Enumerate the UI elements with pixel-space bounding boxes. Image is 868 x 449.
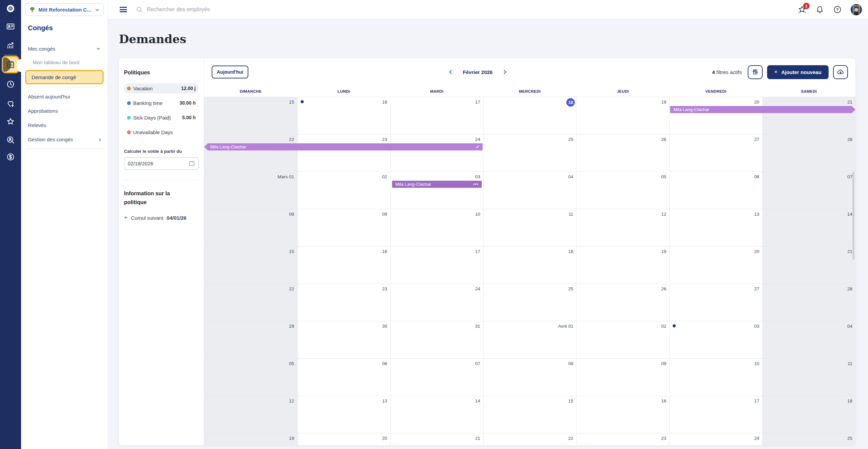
calendar-cell[interactable]: 18 [762, 396, 855, 433]
calendar-cell[interactable]: 13 [297, 396, 390, 433]
policy-row-vacation[interactable]: Vacation12.00 j [124, 83, 199, 93]
calendar-cell[interactable]: 13 [669, 209, 762, 246]
today-button[interactable]: Aujourd'hui [212, 66, 248, 78]
more-options-icon[interactable]: ••• [473, 181, 479, 188]
sidebar-item-gestion-des-cong-s[interactable]: Gestion des congés› [25, 136, 104, 143]
calendar-cell[interactable]: 09 [297, 209, 390, 246]
calendar-cell[interactable]: 22 [204, 284, 297, 321]
calendar-cell[interactable]: 16 [576, 396, 669, 433]
calendar-cell[interactable]: 05 [576, 172, 669, 209]
sidebar-item-mon-tableau-de-bord[interactable]: Mon tableau de bord [25, 58, 104, 66]
calendar-cell[interactable]: 10 [390, 209, 483, 246]
calendar-cell[interactable]: 04 [483, 172, 577, 209]
calendar-cell[interactable]: 10 [669, 359, 762, 396]
rail-logo-icon[interactable] [4, 2, 17, 15]
calendar-cell[interactable]: 17 [669, 396, 762, 433]
calendar-cell[interactable]: 22 [204, 134, 297, 172]
calendar-cell[interactable]: Avril 01 [483, 321, 577, 358]
calendar-cell[interactable]: 31 [390, 321, 483, 358]
next-month-icon[interactable] [501, 69, 508, 75]
company-selector[interactable]: Mitt Reforestation C... [25, 3, 104, 16]
event-bar[interactable]: Mila Lang-Clachar [670, 106, 855, 113]
rail-performance-star-icon[interactable] [4, 115, 17, 128]
export-button[interactable] [833, 65, 848, 79]
calendar-cell[interactable]: 22 [483, 433, 577, 445]
calendar-cell[interactable]: 23 [297, 284, 390, 321]
add-new-button[interactable]: + Ajouter nouveau [767, 65, 829, 79]
calendar-cell[interactable]: 04 [762, 321, 855, 358]
calendar-cell[interactable]: 20 [297, 433, 390, 445]
calendar-cell[interactable]: 03 [669, 321, 762, 358]
policy-row-sick-days-paid-[interactable]: Sick Days (Paid)5.00 h [124, 112, 199, 123]
calendar-cell[interactable]: 14 [762, 209, 855, 246]
whats-new-star-icon[interactable]: 2 [798, 5, 807, 14]
calendar-cell[interactable]: 07 [390, 359, 483, 396]
sidebar-item-absent-aujourd-hui[interactable]: Absent aujourd'hui [25, 93, 104, 100]
help-icon[interactable]: ? [833, 5, 842, 14]
calendar-cell[interactable]: 07 [762, 172, 855, 209]
calendar-cell[interactable]: 26 [576, 284, 669, 321]
calendar-cell[interactable]: 29 [204, 321, 297, 358]
calendar-cell[interactable]: 24 [669, 433, 762, 445]
calendar-cell[interactable]: 08 [483, 359, 577, 396]
calendar-cell[interactable]: 03 [390, 172, 483, 209]
calendar-cell[interactable]: 11 [762, 359, 855, 396]
calendar-cell[interactable]: 20 [669, 97, 762, 134]
calendar-cell[interactable]: 21 [762, 247, 855, 284]
calendar-cell[interactable]: 12 [204, 396, 297, 433]
calendar-cell[interactable]: 11 [483, 209, 577, 246]
calendar-cell[interactable]: 18 [483, 97, 577, 134]
calendar-cell[interactable]: 27 [669, 134, 762, 172]
calendar-cell[interactable]: 19 [576, 247, 669, 284]
filters-button[interactable] [748, 65, 763, 79]
notifications-bell-icon[interactable] [815, 5, 824, 14]
previous-month-icon[interactable] [447, 69, 454, 75]
calendar-cell[interactable]: 17 [390, 247, 483, 284]
calendar-picker-icon[interactable] [189, 160, 195, 167]
calendar-cell[interactable]: 16 [297, 97, 390, 134]
sidebar-item-approbations[interactable]: Approbations [25, 107, 104, 114]
rail-benefits-heart-icon[interactable] [4, 97, 17, 110]
calendar-cell[interactable]: 30 [297, 321, 390, 358]
rail-talent-search-icon[interactable] [4, 133, 17, 147]
calendar-cell[interactable]: 23 [576, 433, 669, 445]
calendar-cell[interactable]: 09 [576, 359, 669, 396]
calendar-cell[interactable]: 18 [483, 247, 577, 284]
calendar-cell[interactable]: 16 [297, 247, 390, 284]
calendar-cell[interactable]: 19 [576, 97, 669, 134]
event-bar[interactable]: Mila Lang-Clachar••• [392, 181, 482, 188]
calendar-cell[interactable]: 12 [576, 209, 669, 246]
calendar-cell[interactable]: 26 [576, 134, 669, 172]
calendar-cell[interactable]: 14 [390, 396, 483, 433]
calendar-cell[interactable]: 06 [297, 359, 390, 396]
calendar-cell[interactable]: 05 [204, 359, 297, 396]
calendar-cell[interactable]: 08 [204, 209, 297, 246]
sidebar-item-relev-s[interactable]: Relevés [25, 121, 104, 129]
calendar-cell[interactable]: 25 [483, 134, 577, 172]
calendar-cell[interactable]: 28 [762, 134, 855, 172]
calendar-cell[interactable]: 25 [483, 284, 577, 321]
calendar-cell[interactable]: 06 [669, 172, 762, 209]
calendar-cell[interactable]: 19 [204, 433, 297, 445]
calendar-cell[interactable]: 15 [204, 97, 297, 134]
calendar-cell[interactable]: 17 [390, 97, 483, 134]
calendar-cell[interactable]: 21 [390, 433, 483, 445]
calendar-cell[interactable]: 28 [762, 284, 855, 321]
calendar-cell[interactable]: 20 [669, 247, 762, 284]
calendar-cell[interactable]: 27 [669, 284, 762, 321]
sidebar-item-demande-de-cong-[interactable]: Demande de congé [25, 70, 104, 84]
rail-time-clock-icon[interactable] [4, 77, 17, 91]
event-bar[interactable]: Mila Lang-Clachar✓ [204, 143, 483, 150]
rail-reports-icon[interactable] [4, 38, 17, 52]
rail-employees-icon[interactable] [4, 20, 17, 33]
calendar-scrollbar[interactable] [852, 172, 854, 260]
user-avatar[interactable] [851, 4, 862, 15]
calendar-cell[interactable]: 25 [762, 433, 855, 445]
employee-search-input[interactable] [147, 6, 337, 13]
calendar-cell[interactable]: 15 [204, 247, 297, 284]
menu-icon[interactable] [120, 7, 127, 12]
calendar-cell[interactable]: Mars 01 [204, 172, 297, 209]
balance-date-input[interactable]: 02/18/2026 [124, 157, 199, 170]
calendar-cell[interactable]: 02 [576, 321, 669, 358]
sidebar-item-mes-cong-s[interactable]: Mes congés [25, 45, 104, 52]
